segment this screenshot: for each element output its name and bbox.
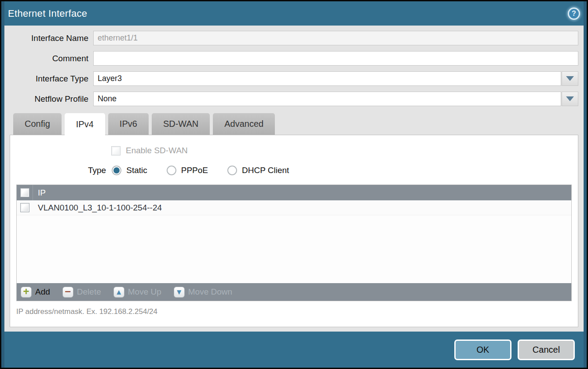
- ip-table-header: IP: [17, 185, 571, 200]
- move-down-button-label: Move Down: [188, 287, 232, 297]
- radio-static-label: Static: [126, 166, 147, 175]
- enable-sdwan-row: Enable SD-WAN: [111, 135, 572, 155]
- add-button[interactable]: + Add: [21, 287, 50, 298]
- comment-row: Comment: [10, 51, 578, 66]
- radio-pppoe-control[interactable]: [167, 166, 176, 175]
- ip-table: IP VLAN0100_L3_10-1-100-254--24 + Add −: [16, 184, 572, 301]
- move-down-icon: ▼: [174, 287, 185, 298]
- dialog-footer: OK Cancel: [4, 332, 584, 368]
- interface-type-row: Interface Type: [10, 71, 578, 86]
- radio-dhcp-client-label: DHCP Client: [242, 166, 289, 175]
- interface-type-field[interactable]: [93, 71, 561, 86]
- move-up-button-label: Move Up: [128, 287, 161, 297]
- netflow-profile-field[interactable]: [93, 92, 561, 106]
- delete-button[interactable]: − Delete: [62, 287, 101, 298]
- comment-label: Comment: [10, 54, 93, 63]
- delete-button-label: Delete: [77, 287, 101, 297]
- netflow-profile-dropdown-button[interactable]: [562, 92, 578, 106]
- tab-config[interactable]: Config: [13, 113, 62, 135]
- radio-static-control[interactable]: [112, 166, 121, 175]
- move-up-button[interactable]: ▲ Move Up: [113, 287, 161, 298]
- ethernet-interface-dialog: Ethernet Interface ? Interface Name Comm…: [0, 0, 588, 369]
- ipv4-tab-panel: Enable SD-WAN Type Static PPPoE DHCP Cli…: [10, 135, 578, 327]
- add-button-label: Add: [35, 287, 50, 297]
- row-checkbox[interactable]: [20, 203, 29, 212]
- tab-advanced[interactable]: Advanced: [213, 113, 275, 135]
- help-icon[interactable]: ?: [568, 7, 580, 20]
- enable-sdwan-checkbox: [111, 146, 121, 155]
- dialog-titlebar: Ethernet Interface ?: [4, 1, 584, 26]
- select-all-checkbox[interactable]: [20, 188, 29, 197]
- ip-format-hint: IP address/netmask. Ex. 192.168.2.254/24: [16, 307, 572, 316]
- ip-table-toolbar: + Add − Delete ▲ Move Up ▼ Move Down: [17, 283, 571, 301]
- cancel-button[interactable]: Cancel: [518, 339, 575, 360]
- tab-ipv4[interactable]: IPv4: [65, 113, 105, 135]
- interface-type-dropdown-button[interactable]: [562, 71, 578, 86]
- dialog-body: Interface Name Comment Interface Type Ne…: [4, 26, 584, 332]
- interface-name-field: [93, 31, 578, 45]
- move-up-icon: ▲: [113, 287, 124, 298]
- interface-name-label: Interface Name: [10, 33, 93, 43]
- table-row[interactable]: VLAN0100_L3_10-1-100-254--24: [17, 200, 571, 215]
- dialog-title: Ethernet Interface: [8, 8, 87, 19]
- netflow-profile-label: Netflow Profile: [10, 94, 93, 104]
- move-down-button[interactable]: ▼ Move Down: [174, 287, 232, 298]
- tab-sdwan[interactable]: SD-WAN: [152, 113, 210, 135]
- radio-pppoe-label: PPPoE: [181, 166, 208, 175]
- tab-ipv6[interactable]: IPv6: [108, 113, 149, 135]
- tabstrip: Config IPv4 IPv6 SD-WAN Advanced: [10, 113, 578, 135]
- ip-column-header: IP: [33, 188, 46, 198]
- comment-field[interactable]: [93, 51, 578, 66]
- interface-type-label: Interface Type: [10, 74, 93, 84]
- chevron-down-icon: [566, 76, 574, 81]
- type-label: Type: [88, 166, 106, 175]
- ok-button[interactable]: OK: [454, 339, 511, 360]
- delete-icon: −: [62, 287, 73, 298]
- interface-name-row: Interface Name: [10, 31, 578, 45]
- add-icon: +: [21, 287, 32, 298]
- type-row: Type Static PPPoE DHCP Client: [88, 166, 572, 175]
- radio-pppoe[interactable]: PPPoE: [167, 166, 208, 175]
- radio-static[interactable]: Static: [112, 166, 147, 175]
- enable-sdwan-label: Enable SD-WAN: [126, 146, 188, 155]
- ip-cell-value: VLAN0100_L3_10-1-100-254--24: [33, 203, 162, 213]
- radio-dhcp-client-control[interactable]: [227, 166, 237, 175]
- radio-dhcp-client[interactable]: DHCP Client: [227, 166, 289, 175]
- chevron-down-icon: [566, 96, 574, 101]
- netflow-profile-row: Netflow Profile: [10, 92, 578, 106]
- ip-table-body: VLAN0100_L3_10-1-100-254--24: [17, 200, 571, 283]
